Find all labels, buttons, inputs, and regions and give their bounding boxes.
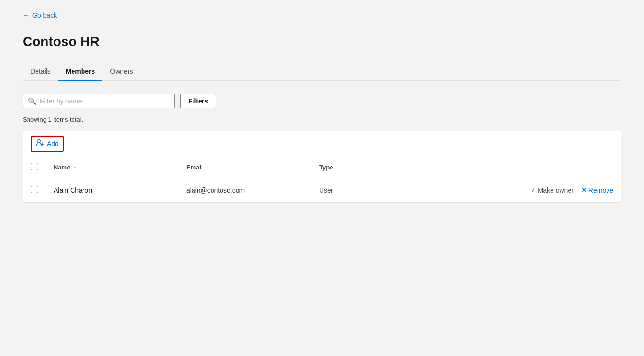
- page-title: Contoso HR: [23, 34, 621, 49]
- showing-count: Showing 1 items total.: [23, 116, 621, 123]
- member-email: alain@contoso.com: [186, 187, 245, 194]
- col-header-actions: [406, 157, 621, 178]
- member-name: Alain Charon: [54, 187, 92, 194]
- remove-label: Remove: [589, 187, 613, 194]
- col-header-email[interactable]: Email: [179, 157, 312, 178]
- members-table: Name ↑ Email Type: [23, 157, 621, 202]
- select-all-checkbox[interactable]: [31, 163, 38, 170]
- arrow-left-icon: ←: [23, 11, 29, 19]
- search-icon: 🔍: [28, 97, 36, 105]
- col-email-label: Email: [186, 164, 203, 171]
- col-header-name[interactable]: Name ↑: [46, 157, 179, 178]
- checkmark-icon: ✓: [531, 187, 536, 194]
- row-actions: ✓ Make owner ✕ Remove: [406, 178, 621, 203]
- tab-members[interactable]: Members: [58, 63, 102, 81]
- table-row: Alain Charon alain@contoso.com User ✓ Ma…: [23, 178, 621, 203]
- tab-owners[interactable]: Owners: [102, 63, 140, 81]
- table-container: Add Name ↑ Email Type: [23, 131, 621, 203]
- add-members-icon: [36, 139, 44, 149]
- col-header-type[interactable]: Type: [312, 157, 406, 178]
- search-input-wrapper: 🔍: [23, 94, 175, 108]
- filters-button[interactable]: Filters: [180, 94, 216, 108]
- go-back-link[interactable]: ← Go back: [23, 11, 57, 19]
- make-owner-button[interactable]: ✓ Make owner: [531, 187, 574, 194]
- tabs-container: Details Members Owners: [23, 63, 621, 81]
- make-owner-label: Make owner: [538, 187, 574, 194]
- remove-button[interactable]: ✕ Remove: [581, 187, 613, 194]
- table-toolbar: Add: [23, 131, 621, 157]
- add-button[interactable]: Add: [31, 136, 64, 152]
- member-type: User: [319, 187, 333, 194]
- row-email: alain@contoso.com: [179, 178, 312, 203]
- col-type-label: Type: [319, 164, 333, 171]
- action-buttons: ✓ Make owner ✕ Remove: [414, 187, 613, 194]
- search-input[interactable]: [40, 97, 169, 105]
- header-checkbox-cell: [23, 157, 46, 178]
- tab-details[interactable]: Details: [23, 63, 58, 81]
- row-select-checkbox[interactable]: [31, 186, 38, 193]
- row-checkbox-cell: [23, 178, 46, 203]
- x-icon: ✕: [581, 187, 587, 194]
- row-type: User: [312, 178, 406, 203]
- sort-ascending-icon: ↑: [74, 165, 77, 170]
- svg-point-0: [37, 140, 41, 143]
- add-button-label: Add: [47, 140, 59, 148]
- search-filter-row: 🔍 Filters: [23, 94, 621, 108]
- col-name-label: Name: [54, 164, 70, 171]
- go-back-label: Go back: [32, 11, 57, 19]
- row-name: Alain Charon: [46, 178, 179, 203]
